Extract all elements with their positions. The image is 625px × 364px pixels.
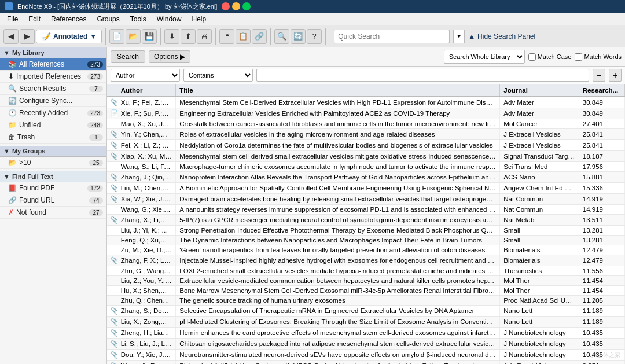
table-row[interactable]: 📎Dou, Y.; Xie, J.;…Neurotransmitter-stim… [107, 350, 625, 361]
condition-select[interactable]: Contains Is Is Not Contains Word [183, 69, 253, 82]
table-row[interactable]: Wang, G.; Xie,…A nanounits strategy reve… [107, 205, 625, 215]
annotated-badge[interactable]: 📝 Annotated ▼ [36, 30, 102, 43]
hide-search-panel-btn[interactable]: ▲ Hide Search Panel [468, 32, 535, 41]
sidebar-item-configure-sync[interactable]: 🔄 Configure Sync... [0, 95, 106, 107]
cell-author: Zheng, H.; Lia… [117, 328, 176, 339]
table-row[interactable]: Mao, X.; Xu, J.;…Crosstalk between cance… [107, 119, 625, 129]
sidebar-item-found-url[interactable]: 🔗 Found URL 74 [0, 194, 106, 207]
close-btn[interactable] [222, 2, 230, 10]
col-header-journal[interactable]: Journal [500, 84, 579, 97]
nav-group: ◀ ▶ 📝 Annotated ▼ [3, 28, 106, 45]
back-btn[interactable]: ◀ [3, 29, 19, 44]
col-header-title[interactable]: Title [176, 84, 500, 97]
menu-help[interactable]: Help [187, 14, 211, 24]
sidebar-item-imported-references[interactable]: ⬇ Imported References 273 [0, 71, 106, 83]
table-row[interactable]: Liu, J.; Yi, K.; Z…Strong Penetration-In… [107, 226, 625, 236]
find-full-text-header[interactable]: ▼ Find Full Text [0, 171, 106, 182]
menu-file[interactable]: File [2, 14, 23, 24]
sidebar-item-all-references[interactable]: 📚 All References 273 [0, 58, 106, 71]
main-container: ▼ My Library 📚 All References 273 ⬇ Impo… [0, 47, 625, 364]
match-case-label[interactable]: Match Case [528, 53, 572, 61]
sync-btn[interactable]: 🔄 [291, 29, 306, 44]
table-row[interactable]: 📎Xu, F.; Fei, Z.;…Mesenchymal Stem Cell-… [107, 97, 625, 108]
sidebar-item-not-found[interactable]: ✗ Not found 27 [0, 207, 106, 219]
minimize-btn[interactable] [232, 2, 240, 10]
cell-author: Zhang, F. X.; Li… [117, 255, 176, 266]
print-btn[interactable]: 🖨 [197, 29, 212, 44]
table-row[interactable]: 📎Xia, W.; Xie, J.;…Damaged brain acceler… [107, 194, 625, 205]
table-row[interactable]: 📎Yin, Y.; Chen,…Roles of extracellular v… [107, 129, 625, 140]
table-row[interactable]: Wang, S.; Li, F.…Macrophage-tumor chimer… [107, 162, 625, 172]
sidebar-item-group-10[interactable]: 📂 >10 25 [0, 157, 106, 169]
maximize-btn[interactable] [242, 2, 251, 10]
new-btn[interactable]: 📄 [109, 29, 124, 44]
cell-title: A Biomimetic Approach for Spatially-Cont… [176, 183, 500, 194]
table-row[interactable]: 📎Xiao, X.; Xu, M.…Mesenchymal stem cell-… [107, 151, 625, 162]
table-row[interactable]: 📄Xie, F.; Su, P.;…Engineering Extracellu… [107, 108, 625, 119]
match-words-checkbox[interactable] [575, 53, 582, 61]
table-row[interactable]: Zhu, Q.; Chen…The genetic source trackin… [107, 296, 625, 306]
table-row[interactable]: 📎Zhang, S.; Don…Selective Encapsulation … [107, 306, 625, 317]
table-row[interactable]: Feng, Q.; Xu,…The Dynamic Interactions b… [107, 236, 625, 245]
search-library-select[interactable]: Search Whole Library [444, 50, 525, 64]
table-row[interactable]: 📎Zhang, J.; Qin,…Nanoprotein Interaction… [107, 172, 625, 183]
search-button[interactable]: Search [111, 50, 145, 63]
forward-btn[interactable]: ▶ [20, 29, 35, 44]
menu-tools[interactable]: Tools [126, 14, 151, 24]
cell-research: 10.435 [579, 328, 624, 339]
cell-research: 27.401 [579, 119, 624, 129]
sidebar-item-found-pdf[interactable]: 📕 Found PDF 172 [0, 182, 106, 194]
sidebar-item-trash[interactable]: 🗑 Trash 1 [0, 131, 106, 144]
sidebar-item-recently-added[interactable]: 🕐 Recently Added 273 [0, 107, 106, 119]
table-row[interactable]: 📎Liu, X.; Zong,…pH-Mediated Clustering o… [107, 317, 625, 328]
table-row[interactable]: 📎Wang, J.; Ren,…Bioinspired Artificial L… [107, 361, 625, 365]
table-row[interactable]: Hu, X.; Shen,…Bone Marrow Mesenchymal St… [107, 286, 625, 296]
col-header-attach[interactable] [107, 84, 117, 97]
table-row[interactable]: 📎Lin, M.; Chen,…A Biomimetic Approach fo… [107, 183, 625, 194]
col-header-author[interactable]: Author [117, 84, 176, 97]
ref-btn[interactable]: 📋 [236, 29, 251, 44]
help-btn[interactable]: ? [307, 29, 322, 44]
col-header-research[interactable]: Research... [579, 84, 624, 97]
table-row[interactable]: 📎Li, S.; Liu, J.; Li…Chitosan oligosacch… [107, 339, 625, 350]
match-case-checkbox[interactable] [528, 53, 536, 61]
options-button[interactable]: Options ▶ [149, 50, 190, 63]
table-row[interactable]: Zhu, G.; Wang…LOXL2-enriched small extra… [107, 266, 625, 276]
cite-btn[interactable]: ❝ [219, 29, 234, 44]
import-btn[interactable]: ⬇ [164, 29, 179, 44]
filter-value-input[interactable] [256, 69, 589, 82]
notfound-icon: ✗ [8, 208, 14, 216]
menu-groups[interactable]: Groups [92, 14, 124, 24]
sidebar-badge: 273 [87, 110, 103, 116]
cell-research: 11.454 [579, 276, 624, 286]
sidebar-item-unfiled[interactable]: 📁 Unfiled 248 [0, 119, 106, 131]
sidebar-item-search-results[interactable]: 🔍 Search Results 7 [0, 83, 106, 95]
cell-attach: 📎 [107, 317, 117, 328]
filter-remove-btn[interactable]: − [593, 69, 605, 82]
table-row[interactable]: 📎Zhang, F. X.; Li…Injectable Mussel-Insp… [107, 255, 625, 266]
my-library-header[interactable]: ▼ My Library [0, 47, 106, 58]
table-row[interactable]: Zu, M.; Xie, D.;…'Green' nanotherapeutic… [107, 245, 625, 255]
cell-attach: 📎 [107, 183, 117, 194]
save-btn[interactable]: 💾 [142, 29, 157, 44]
table-row[interactable]: 📎Zheng, H.; Lia…Hemin enhances the cardi… [107, 328, 625, 339]
quick-search-input[interactable] [334, 30, 450, 43]
open-btn[interactable]: 📂 [126, 29, 141, 44]
export-btn[interactable]: ⬆ [181, 29, 196, 44]
match-words-label[interactable]: Match Words [575, 53, 622, 61]
link-btn[interactable]: 🔗 [252, 29, 267, 44]
cell-attach [107, 236, 117, 245]
my-groups-header[interactable]: ▼ My Groups [0, 146, 106, 157]
field-select[interactable]: Author Title Year Journal Keywords Abstr… [111, 69, 180, 82]
table-row[interactable]: 📎Zhang, X.; Li,…5-IP(7) is a GPCR messen… [107, 215, 625, 226]
filter-add-btn[interactable]: + [609, 69, 622, 82]
table-row[interactable]: 📎Fei, X.; Li, Z.; Y…Neddylation of Coro1… [107, 140, 625, 151]
menu-references[interactable]: References [46, 14, 91, 24]
sidebar-badge: 25 [89, 160, 103, 166]
quick-search-dropdown[interactable]: ▼ [453, 30, 465, 43]
cell-title: Macrophage-tumor chimeric exosomes accum… [176, 162, 500, 172]
menu-window[interactable]: Window [152, 14, 186, 24]
find-btn[interactable]: 🔍 [274, 29, 289, 44]
table-row[interactable]: Liu, Z.; You, Y.;…Extracellular vesicle-… [107, 276, 625, 286]
menu-edit[interactable]: Edit [24, 14, 45, 24]
